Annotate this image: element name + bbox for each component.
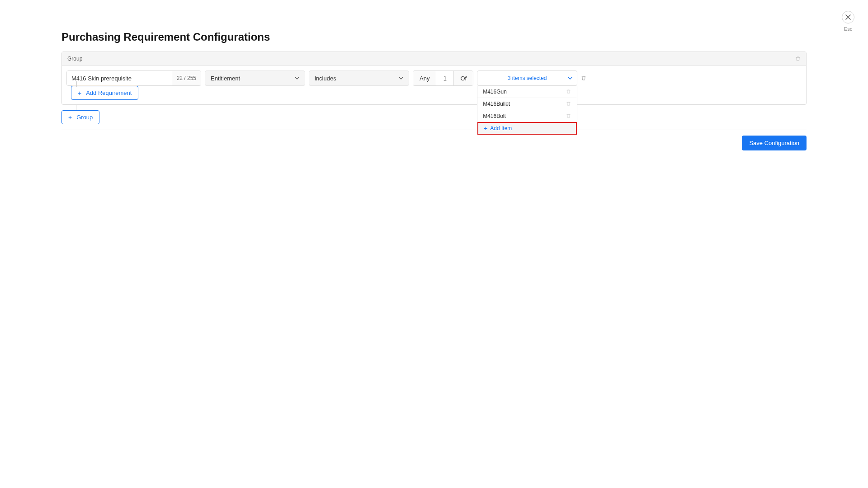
chevron-down-icon xyxy=(295,77,299,80)
remove-item-button[interactable] xyxy=(566,113,571,119)
requirement-type-value: Entitlement xyxy=(211,75,240,82)
connector-line xyxy=(76,81,77,87)
dropdown-item[interactable]: M416Bullet xyxy=(477,98,577,110)
requirement-name-wrap: 22 / 255 xyxy=(66,70,201,86)
remove-item-button[interactable] xyxy=(566,89,571,94)
dropdown-item-label: M416Gun xyxy=(483,89,507,95)
of-label: Of xyxy=(453,71,473,85)
trash-icon xyxy=(566,89,571,94)
trash-icon xyxy=(566,101,571,106)
requirement-row: 22 / 255 Entitlement includes Any Of xyxy=(62,66,806,86)
chevron-down-icon xyxy=(399,77,403,80)
chevron-down-icon xyxy=(568,77,572,80)
remove-item-button[interactable] xyxy=(566,101,571,107)
requirement-name-input[interactable] xyxy=(67,71,172,85)
any-of-group: Any Of xyxy=(413,70,473,86)
any-label: Any xyxy=(413,71,436,85)
items-selected-dropdown[interactable]: 3 items selected xyxy=(477,70,577,86)
items-dropdown-panel: M416Gun M416Bullet M416Bolt xyxy=(477,86,577,135)
group-header: Group xyxy=(62,52,806,66)
add-item-button[interactable]: + Add Item xyxy=(477,122,577,135)
add-requirement-button[interactable]: + Add Requirement xyxy=(71,86,138,100)
add-group-label: Group xyxy=(76,114,93,121)
trash-icon xyxy=(795,56,801,61)
requirement-operator-select[interactable]: includes xyxy=(309,70,409,86)
connector-line xyxy=(76,105,76,110)
footer-bar: Save Configuration xyxy=(61,130,807,150)
group-header-label: Group xyxy=(67,56,82,62)
plus-icon: + xyxy=(68,114,72,121)
plus-icon: + xyxy=(78,90,81,96)
delete-group-button[interactable] xyxy=(795,56,801,61)
items-selected-label: 3 items selected xyxy=(508,75,547,81)
delete-requirement-button[interactable] xyxy=(581,70,586,86)
requirement-operator-value: includes xyxy=(315,75,336,82)
quantity-input[interactable] xyxy=(436,75,453,82)
save-configuration-button[interactable]: Save Configuration xyxy=(742,136,807,150)
trash-icon xyxy=(581,75,586,81)
close-icon xyxy=(845,14,851,20)
page-title: Purchasing Requirement Configurations xyxy=(61,31,807,43)
trash-icon xyxy=(566,113,571,118)
add-item-label: Add Item xyxy=(490,125,512,131)
add-requirement-label: Add Requirement xyxy=(86,89,132,96)
dropdown-item-label: M416Bullet xyxy=(483,101,510,107)
group-container: Group 22 / 255 Entitlement includes xyxy=(61,52,807,105)
char-count: 22 / 255 xyxy=(172,71,201,85)
close-esc-label: Esc xyxy=(842,26,854,32)
requirement-type-select[interactable]: Entitlement xyxy=(205,70,305,86)
dropdown-item-label: M416Bolt xyxy=(483,113,506,119)
close-button[interactable] xyxy=(842,11,854,23)
add-group-button[interactable]: + Group xyxy=(61,110,99,124)
dropdown-item[interactable]: M416Bolt xyxy=(477,110,577,122)
plus-icon: + xyxy=(484,125,487,131)
dropdown-item[interactable]: M416Gun xyxy=(477,86,577,98)
